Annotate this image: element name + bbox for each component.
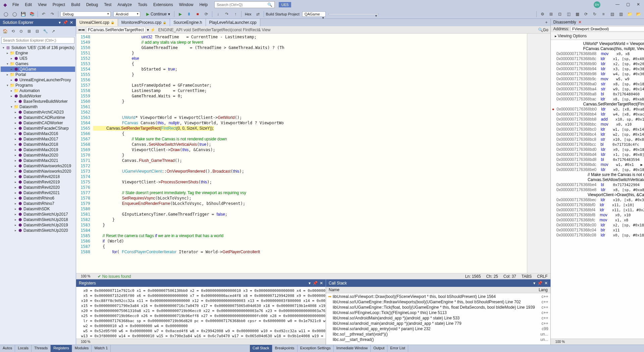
pause-icon[interactable]: ⏸ [185, 10, 193, 18]
menu-debug[interactable]: Debug [84, 1, 101, 8]
step-out-icon[interactable]: ↑ [232, 10, 239, 18]
solexp-search-input[interactable] [3, 38, 73, 42]
new-tab-icon[interactable]: ＋ [542, 19, 550, 26]
zoom-control[interactable]: 100 % [79, 274, 92, 278]
sync-icon[interactable]: ⟲ [9, 28, 17, 35]
undo-icon[interactable]: ↶ [40, 10, 47, 18]
disassembly-body[interactable]: UWorld* ViewportWorld = ViewportClient->… [551, 40, 644, 339]
tool-icon-11[interactable]: 📁 [626, 10, 633, 18]
tree-item[interactable]: ▸⬢BuildWorker [1, 93, 75, 99]
refresh-icon[interactable]: ⊙ [17, 28, 25, 35]
tool-icon-10[interactable]: ▥ [617, 10, 625, 18]
menu-build[interactable]: Build [68, 1, 83, 8]
tree-item[interactable]: ▾📁Games [1, 61, 75, 67]
tree-item[interactable]: ▸⬢DatasmithNavisworks2020 [1, 169, 75, 174]
pin-icon[interactable]: 🔒 [111, 21, 114, 24]
tree-item[interactable]: ▸⬢BaseTextureBuildWorker [1, 99, 75, 104]
viewing-options[interactable]: ▸ Viewing Options [551, 32, 644, 40]
tree-item[interactable]: ▾📁Programs [1, 83, 75, 88]
callstack-frame[interactable]: libc.so!__pthread_start(void*)()un... [327, 332, 550, 337]
tree-item[interactable]: ▸⬢DatasmithSketchUp2018 [1, 217, 75, 222]
footer-tab-modules[interactable]: Modules [72, 345, 92, 352]
platform-dropdown[interactable]: Android [113, 11, 140, 17]
tool-icon-9[interactable]: ▤ [608, 10, 616, 18]
callstack-frame[interactable]: libUnreal.so!android_main(android_app *)… [327, 321, 550, 326]
zoom-control[interactable]: 100 % [553, 340, 567, 344]
callstack-frame[interactable]: libc.so!__start_thread()un... [327, 337, 550, 342]
pin-icon[interactable]: ▾ [309, 281, 311, 285]
callstack-frame[interactable]: libUnreal.so!UGameEngine::RedrawViewport… [327, 299, 550, 305]
minimap[interactable] [527, 34, 550, 273]
pin-icon[interactable]: ▾ [59, 20, 61, 25]
tab-unrealclient[interactable]: UnrealClient.cpp🔒 [76, 19, 118, 26]
tree-item[interactable]: ▸⬢DatasmithRhino6 [1, 195, 75, 201]
tree-item[interactable]: ▸⬢DatasmithRevit2021 [1, 190, 75, 195]
tree-item[interactable]: ▸⬢DatasmithMax2016 [1, 131, 75, 136]
callstack-frame[interactable]: libUnreal.so!FEngineLoop::Tick()(FEngine… [327, 310, 550, 315]
callstack-body[interactable]: ➡libUnreal.so!FViewport::Draw(bool)(FSce… [326, 293, 550, 345]
tree-item[interactable]: ▸⬢UE5 [1, 56, 75, 61]
menu-tools[interactable]: Tools [135, 1, 150, 8]
tree-item[interactable]: ▸⬢DatasmithMax2020 [1, 152, 75, 158]
search-input[interactable] [217, 3, 266, 7]
tree-item[interactable]: ▸⬢DatasmithArchiCAD23 [1, 109, 75, 115]
tool-icon-6[interactable]: ⟳ [582, 10, 590, 18]
tree-item[interactable]: ▸📁Portal [1, 72, 75, 77]
tree-item[interactable]: ▸⬢DatasmithRevit2020 [1, 185, 75, 190]
footer-tab-error-list[interactable]: Error List [387, 345, 408, 352]
pin-icon[interactable]: ▾ [533, 281, 535, 285]
tree-item[interactable]: ▸⬢DatasmithSketchUp2019 [1, 222, 75, 228]
tree-item[interactable]: ▸⬢DatasmithSketchUp2020 [1, 228, 75, 233]
save-all-icon[interactable]: 📚 [28, 10, 36, 18]
tree-item[interactable]: ▸📁Automation [1, 88, 75, 93]
collapse-icon[interactable]: ⊟ [34, 28, 41, 35]
disassembly-tab[interactable]: Disassembly ✕ [551, 19, 644, 26]
footer-tab-threads[interactable]: Threads [32, 345, 51, 352]
footer-tab-autos[interactable]: Autos [0, 345, 15, 352]
stop-icon[interactable]: ■ [194, 10, 201, 18]
tool-icon-12[interactable]: 📂 [635, 10, 642, 18]
pushpin-icon[interactable]: 📌 [537, 281, 542, 285]
go-button[interactable]: 🔍Go [538, 28, 548, 32]
tree-item[interactable]: ▸⬢DatasmithFacadeCSharp [1, 126, 75, 131]
save-icon[interactable]: 💾 [19, 10, 27, 18]
minimize-icon[interactable]: — [614, 1, 621, 7]
callstack-frame[interactable]: libUnreal.so!AndroidMain(android_app *)(… [327, 315, 550, 321]
tool-icon-7[interactable]: ↻ [591, 10, 598, 18]
tree-item[interactable]: ▸⬢DatasmithCADWorker [1, 120, 75, 126]
tool-icon-2[interactable]: ⊞ [547, 10, 555, 18]
menu-help[interactable]: Help [197, 1, 210, 8]
tool-icon-1[interactable]: ⚙ [539, 10, 546, 18]
footer-tab-output[interactable]: Output [371, 345, 387, 352]
tree-item[interactable]: ▸⬢DatasmithNavisworks2019 [1, 163, 75, 169]
close-panel-icon[interactable]: ✕ [320, 281, 323, 285]
startup-args[interactable] [328, 13, 379, 15]
registers-body[interactable]: x0 = 0x000000711e7921c0 x1 = 0x000000750… [76, 287, 326, 339]
bc-nav-icon[interactable]: ⬅➡ [78, 28, 85, 32]
menu-file[interactable]: File [10, 1, 21, 8]
menu-extensions[interactable]: Extensions [151, 1, 176, 8]
footer-tab-registers[interactable]: Registers [51, 345, 72, 352]
tree-item[interactable]: ▸⬢DatasmithRhino7 [1, 201, 75, 206]
restart-icon[interactable]: ⟳ [203, 10, 210, 18]
pushpin-icon[interactable]: 📌 [63, 20, 68, 25]
tree-item[interactable]: ▸⬢DatasmithRevit2019 [1, 179, 75, 185]
tree-item[interactable]: ▸⬢DatasmithSDK [1, 206, 75, 212]
tool-icon-3[interactable]: ⊡ [556, 10, 564, 18]
solution-root[interactable]: ▾⊞ Solution 'UE5' (136 of 136 projects) [1, 45, 75, 50]
avatar[interactable]: DV [594, 1, 600, 8]
tool-icon-8[interactable]: ≡ [600, 10, 607, 18]
tree-item[interactable]: ▸⬢DatasmithMax2017 [1, 136, 75, 142]
preview-icon[interactable]: ↗ [50, 28, 57, 35]
close-panel-icon[interactable]: ✕ [544, 281, 548, 285]
tree-item[interactable]: ▸⬢DatasmithRevit2018 [1, 174, 75, 179]
menu-view[interactable]: View [35, 1, 49, 8]
tab-playlevelvia[interactable]: PlayLevelViaLauncher.cpp [206, 19, 260, 26]
step-into-icon[interactable]: ↓ [214, 10, 222, 18]
hex-toggle[interactable]: Hex [244, 11, 253, 17]
config-dropdown[interactable]: Debug [60, 11, 111, 17]
tree-item[interactable]: ▸⬢DatasmithMax2019 [1, 147, 75, 152]
code-editor[interactable]: 1548 1549 1550 1551 1552 1553 1554 1555 … [76, 34, 550, 273]
tab-sourceengine[interactable]: SourceEngine.h [170, 19, 206, 26]
show-all-icon[interactable]: ⊞ [25, 28, 33, 35]
